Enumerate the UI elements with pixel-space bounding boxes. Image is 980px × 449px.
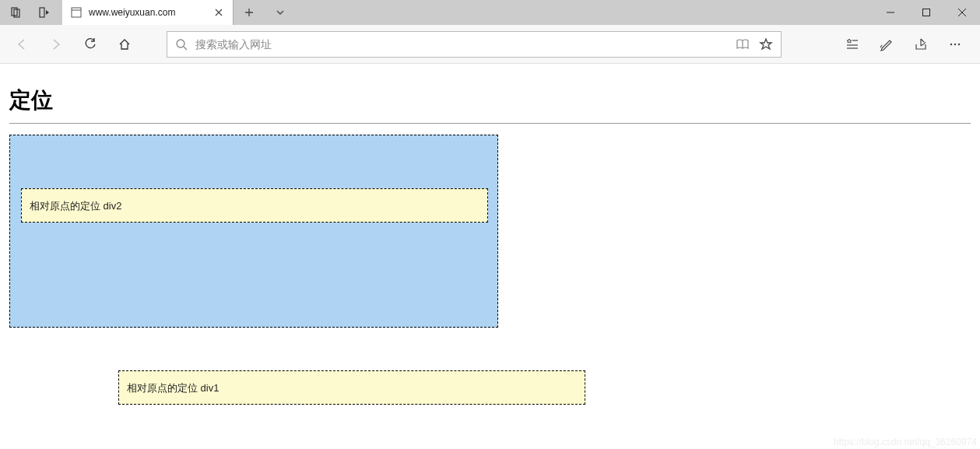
- titlebar: www.weiyuxuan.com: [0, 0, 980, 25]
- page-heading: 定位: [9, 86, 971, 115]
- favorites-list-icon[interactable]: [837, 29, 868, 60]
- reading-view-icon[interactable]: [736, 38, 750, 51]
- window-controls: [873, 0, 980, 25]
- minimize-button[interactable]: [873, 0, 908, 25]
- address-right-icons: [736, 37, 773, 51]
- new-tab-button[interactable]: [234, 0, 265, 25]
- more-icon[interactable]: [940, 29, 971, 60]
- div1-box: 相对原点的定位 div1: [118, 370, 585, 405]
- toolbar-right: [837, 29, 971, 60]
- toolbar: [0, 25, 980, 64]
- notes-icon[interactable]: [871, 29, 902, 60]
- tab-aside-group: [0, 0, 62, 25]
- svg-point-14: [954, 43, 956, 44]
- svg-rect-2: [40, 8, 44, 17]
- search-icon: [175, 38, 188, 51]
- tab-title: www.weiyuxuan.com: [89, 7, 206, 18]
- maximize-button[interactable]: [908, 0, 944, 25]
- close-window-button[interactable]: [944, 0, 980, 25]
- blue-container: 相对原点的定位 div2: [9, 135, 498, 328]
- home-button[interactable]: [109, 29, 140, 60]
- favorite-icon[interactable]: [759, 37, 773, 51]
- svg-point-15: [958, 43, 960, 44]
- set-aside-icon[interactable]: [31, 0, 59, 25]
- address-input[interactable]: [195, 38, 728, 51]
- page-content: 定位 相对原点的定位 div2: [0, 64, 980, 337]
- watermark: https://blog.csdn.net/qq_36260974: [834, 437, 977, 447]
- tab-dropdown-icon[interactable]: [265, 0, 296, 25]
- back-button[interactable]: [6, 29, 37, 60]
- svg-line-12: [880, 45, 882, 47]
- svg-rect-6: [923, 9, 930, 16]
- svg-point-7: [177, 40, 184, 47]
- div2-box: 相对原点的定位 div2: [21, 188, 488, 223]
- share-icon[interactable]: [905, 29, 936, 60]
- refresh-button[interactable]: [75, 29, 106, 60]
- browser-tab[interactable]: www.weiyuxuan.com: [62, 0, 234, 25]
- address-bar[interactable]: [167, 31, 782, 58]
- tab-preview-icon[interactable]: [3, 0, 31, 25]
- svg-point-13: [950, 43, 952, 44]
- page-icon: [70, 6, 83, 19]
- forward-button[interactable]: [40, 29, 72, 60]
- tab-actions: [234, 0, 296, 25]
- close-tab-icon[interactable]: [213, 6, 225, 19]
- svg-rect-3: [72, 8, 81, 17]
- divider: [9, 123, 971, 124]
- svg-line-8: [184, 47, 187, 50]
